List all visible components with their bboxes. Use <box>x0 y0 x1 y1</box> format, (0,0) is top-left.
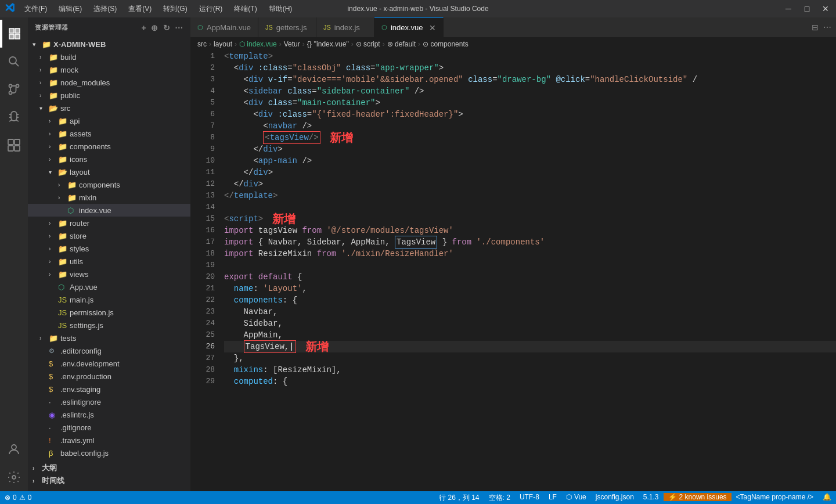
tab-close-button[interactable]: ✕ <box>429 23 436 33</box>
new-folder-icon[interactable]: ⊕ <box>151 23 158 33</box>
source-control-icon[interactable] <box>0 75 28 103</box>
tree-item-index-vue[interactable]: ⬡ index.vue <box>28 204 190 217</box>
tree-item-env-staging[interactable]: $ .env.staging <box>28 383 190 395</box>
debug-icon[interactable] <box>0 103 28 131</box>
status-encoding[interactable]: UTF-8 <box>515 493 544 501</box>
tree-item-mock[interactable]: › 📁 mock <box>28 63 190 76</box>
tree-item-layout[interactable]: ▾ 📂 layout <box>28 165 190 178</box>
tree-item-utils[interactable]: › 📁 utils <box>28 255 190 268</box>
tree-item-editorconfig[interactable]: ⚙ .editorconfig <box>28 344 190 357</box>
file-label: .editorconfig <box>60 347 102 355</box>
tree-item-main-js[interactable]: JS main.js <box>28 293 190 306</box>
menu-goto[interactable]: 转到(G) <box>158 3 192 15</box>
breadcrumb-default[interactable]: ⊛ default <box>387 40 416 48</box>
code-content[interactable]: <template> <div :class="classObj" class=… <box>219 51 836 491</box>
tab-index-js[interactable]: JS index.js <box>316 17 374 37</box>
tree-item-app-vue[interactable]: ⬡ App.vue <box>28 280 190 293</box>
breadcrumb-components[interactable]: ⊙ components <box>423 40 469 48</box>
refresh-icon[interactable]: ↻ <box>163 23 171 33</box>
tree-item-eslintignore[interactable]: · .eslintignore <box>28 395 190 408</box>
menu-terminal[interactable]: 终端(T) <box>229 3 261 15</box>
maximize-button[interactable]: □ <box>801 4 813 13</box>
tree-item-eslintrc[interactable]: ◉ .eslintrc.js <box>28 408 190 421</box>
tree-item-env-dev[interactable]: $ .env.development <box>28 357 190 370</box>
line-num-28: 28 <box>190 364 215 376</box>
close-button[interactable]: ✕ <box>820 4 831 13</box>
more-actions-icon[interactable]: ⋯ <box>823 23 831 32</box>
tree-root[interactable]: ▾ 📁 X-ADMIN-WEB <box>28 38 190 51</box>
tree-item-settings-js[interactable]: JS settings.js <box>28 319 190 332</box>
status-language[interactable]: ⬡ Vue <box>561 493 591 501</box>
svg-point-4 <box>9 57 16 64</box>
tab-getters[interactable]: JS getters.js <box>258 17 316 37</box>
tree-item-travis[interactable]: ! .travis.yml <box>28 434 190 447</box>
status-config[interactable]: jsconfig.json <box>591 493 639 501</box>
tree-item-tests[interactable]: › 📁 tests <box>28 332 190 344</box>
tree-item-layout-components[interactable]: › 📁 components <box>28 178 190 191</box>
folder-label: icons <box>70 155 87 164</box>
folder-label: src <box>60 104 70 113</box>
tab-index-vue[interactable]: ⬡ index.vue ✕ <box>374 17 444 37</box>
new-file-icon[interactable]: + <box>142 23 147 33</box>
menu-file[interactable]: 文件(F) <box>20 3 52 15</box>
status-line-col[interactable]: 行 26，列 14 <box>434 493 484 503</box>
tree-item-public[interactable]: › 📁 public <box>28 89 190 102</box>
menu-view[interactable]: 查看(V) <box>124 3 156 15</box>
search-icon[interactable] <box>0 48 28 75</box>
breadcrumb-script[interactable]: ⊙ script <box>356 40 380 48</box>
minimize-button[interactable]: ─ <box>783 4 794 13</box>
collapse-icon[interactable]: ⋯ <box>175 23 183 33</box>
status-version[interactable]: 5.1.3 <box>639 493 664 501</box>
status-spaces[interactable]: 空格: 2 <box>484 493 515 503</box>
tree-item-timeline[interactable]: › 时间线 <box>28 474 190 487</box>
file-label: App.vue <box>70 283 98 291</box>
accounts-icon[interactable] <box>0 435 28 463</box>
breadcrumb-index-vue[interactable]: ⬡ index.vue <box>239 40 277 48</box>
tree-item-permission-js[interactable]: JS permission.js <box>28 306 190 319</box>
menu-select[interactable]: 选择(S) <box>89 3 121 15</box>
status-errors[interactable]: ⊗ 0 ⚠ 0 <box>0 491 36 504</box>
code-editor[interactable]: 1 2 3 4 5 6 7 8 9 10 11 12 13 14 15 16 1… <box>190 51 836 491</box>
menu-help[interactable]: 帮助(H) <box>264 3 297 15</box>
annotation-xinzeng-1: 新增 <box>330 132 353 143</box>
tree-item-node-modules[interactable]: › 📁 node_modules <box>28 76 190 89</box>
tree-item-gitignore[interactable]: · .gitignore <box>28 421 190 434</box>
status-line-ending[interactable]: LF <box>544 493 561 501</box>
tree-item-router[interactable]: › 📁 router <box>28 217 190 229</box>
tree-item-views[interactable]: › 📁 views <box>28 268 190 280</box>
tree-item-icons[interactable]: › 📁 icons <box>28 153 190 165</box>
spaces-text: 空格: 2 <box>489 493 510 503</box>
tree-item-components[interactable]: › 📁 components <box>28 140 190 153</box>
line-num-6: 6 <box>190 109 215 120</box>
arrow-icon: › <box>33 478 42 484</box>
settings-icon[interactable] <box>0 463 28 491</box>
sidebar-header-icons: + ⊕ ↻ ⋯ <box>142 23 183 33</box>
split-editor-icon[interactable]: ⊟ <box>812 23 819 32</box>
tree-item-mixin[interactable]: › 📁 mixin <box>28 191 190 204</box>
tree-item-env-prod[interactable]: $ .env.production <box>28 370 190 383</box>
tree-item-src[interactable]: ▾ 📂 src <box>28 102 190 114</box>
code-line-11: </div> <box>224 167 836 178</box>
breadcrumb-src[interactable]: src <box>197 40 207 48</box>
tree-item-assets[interactable]: › 📁 assets <box>28 127 190 140</box>
known-issues-badge[interactable]: ⚡ 2 known issues <box>664 493 732 501</box>
breadcrumb-vetur[interactable]: Vetur <box>284 40 300 48</box>
tree-item-babel[interactable]: β babel.config.js <box>28 447 190 459</box>
status-tag-name[interactable]: <TagName prop-name /> <box>732 493 818 501</box>
breadcrumb-layout[interactable]: layout <box>214 40 232 48</box>
tree-item-outline[interactable]: › 大纲 <box>28 462 190 474</box>
tree-item-styles[interactable]: › 📁 styles <box>28 242 190 255</box>
extensions-icon[interactable] <box>0 131 28 159</box>
tab-appmain[interactable]: ⬡ AppMain.vue <box>190 17 258 37</box>
breadcrumb-braces[interactable]: {} <box>307 40 312 48</box>
menu-run[interactable]: 运行(R) <box>194 3 228 15</box>
status-notifications[interactable]: 🔔 <box>818 493 836 501</box>
breadcrumb-indexvue-str[interactable]: "index.vue" <box>314 40 349 48</box>
folder-label: components <box>70 142 111 151</box>
explorer-icon[interactable] <box>0 20 28 48</box>
tree-item-api[interactable]: › 📁 api <box>28 114 190 127</box>
tree-item-build[interactable]: › 📁 build <box>28 51 190 63</box>
tree-item-store[interactable]: › 📁 store <box>28 229 190 242</box>
menu-edit[interactable]: 编辑(E) <box>54 3 87 15</box>
arrow-icon: ▾ <box>33 41 42 48</box>
